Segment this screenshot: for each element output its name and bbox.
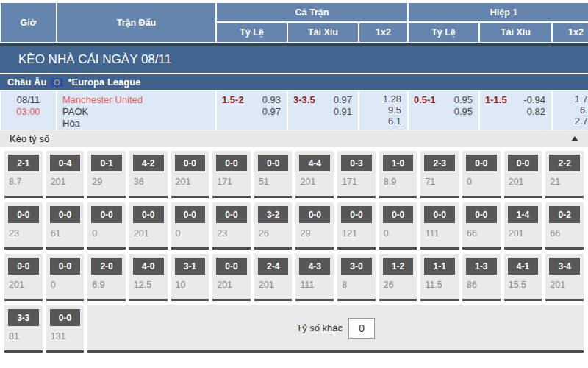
score-chip[interactable]: 0-0 [508,155,539,171]
half-over-odd[interactable]: -0.94 [523,94,545,106]
score-odds[interactable]: 26 [384,280,415,290]
score-odds[interactable]: 0 [384,228,415,238]
score-odds[interactable]: 71 [425,177,456,187]
score-chip[interactable]: 1-3 [466,258,497,275]
score-chip[interactable]: 0-0 [133,206,164,223]
half-1x2-draw[interactable]: 2.71 [575,116,588,127]
score-chip[interactable]: 0-0 [216,206,247,223]
score-odds[interactable]: 171 [342,177,373,187]
score-chip[interactable]: 0-0 [50,309,81,326]
full-over-odd[interactable]: 0.97 [334,94,352,106]
home-team-name[interactable]: Manchester United [62,94,215,106]
score-odds[interactable]: 0 [467,177,498,187]
score-section-header[interactable]: Kèo tỷ số [0,130,588,147]
score-chip[interactable]: 1-4 [508,206,539,223]
score-odds[interactable]: 201 [509,228,539,238]
score-odds[interactable]: 8.7 [9,177,40,187]
score-odds[interactable]: 15.5 [509,280,539,290]
score-odds[interactable]: 21 [550,177,581,187]
league-bar[interactable]: Châu Âu *Europa League [0,74,588,90]
score-odds[interactable]: 201 [550,280,581,290]
score-odds[interactable]: 201 [259,280,290,290]
score-odds[interactable]: 201 [134,228,165,238]
score-chip[interactable]: 3-1 [175,258,206,275]
score-odds[interactable]: 61 [51,228,82,238]
away-team-name[interactable]: PAOK [62,106,215,118]
full-1x2-home[interactable]: 1.28 [383,93,401,105]
score-chip[interactable]: 0-0 [8,258,39,275]
score-chip[interactable]: 1-2 [383,258,414,275]
score-chip[interactable]: 0-0 [8,206,39,223]
score-chip[interactable]: 0-0 [299,206,330,223]
score-odds[interactable]: 201 [509,177,539,187]
score-chip[interactable]: 2-0 [91,258,122,275]
half-1x2-away[interactable]: 6.8 [580,105,588,116]
score-odds[interactable]: 8 [342,280,373,290]
score-chip[interactable]: 0-0 [175,206,206,223]
score-chip[interactable]: 0-0 [175,155,206,171]
score-chip[interactable]: 0-0 [466,155,497,171]
score-chip[interactable]: 0-3 [341,155,372,171]
score-odds[interactable]: 66 [550,228,581,238]
score-chip[interactable]: 2-1 [8,155,39,171]
score-odds[interactable]: 66 [467,228,498,238]
full-handicap-odd-home[interactable]: 0.93 [262,94,281,106]
score-chip[interactable]: 0-0 [216,258,247,275]
half-1x2-home[interactable]: 1.71 [575,93,588,105]
score-chip[interactable]: 2-2 [549,155,580,171]
score-chip[interactable]: 4-0 [133,258,164,275]
score-odds[interactable]: 81 [9,331,40,342]
score-odds[interactable]: 0 [51,280,82,290]
score-chip[interactable]: 0-2 [549,206,580,223]
score-odds[interactable]: 121 [342,228,373,238]
score-odds[interactable]: 111 [300,280,331,290]
full-1x2-draw[interactable]: 6.1 [388,116,401,127]
score-odds[interactable]: 26 [259,228,290,238]
score-odds[interactable]: 201 [300,177,331,187]
score-odds[interactable]: 29 [300,228,331,238]
full-1x2-away[interactable]: 9.5 [388,105,401,116]
match-teams-cell[interactable]: Manchester United PAOK Hòa [57,91,215,130]
score-odds[interactable]: 201 [176,177,207,187]
half-under-odd[interactable]: 0.82 [523,106,545,118]
score-odds[interactable]: 10 [176,280,207,290]
other-score-input[interactable] [348,318,375,339]
half-handicap-odd-away[interactable]: 0.95 [454,106,473,118]
score-odds[interactable]: 6.9 [92,280,123,290]
score-chip[interactable]: 4-1 [508,258,539,275]
score-odds[interactable]: 131 [51,331,82,342]
score-odds[interactable]: 86 [467,280,498,290]
score-odds[interactable]: 23 [217,228,248,238]
score-odds[interactable]: 111 [425,228,456,238]
score-odds[interactable]: 23 [9,228,40,238]
full-under-odd[interactable]: 0.91 [334,106,352,118]
score-chip[interactable]: 0-0 [341,206,372,223]
score-chip[interactable]: 3-4 [549,258,580,275]
score-chip[interactable]: 3-2 [258,206,289,223]
score-chip[interactable]: 0-0 [91,206,122,223]
score-chip[interactable]: 4-4 [299,155,330,171]
score-chip[interactable]: 3-3 [8,309,39,326]
score-chip[interactable]: 0-0 [466,206,497,223]
score-chip[interactable]: 2-4 [258,258,289,275]
score-odds[interactable]: 0 [176,228,207,238]
score-chip[interactable]: 0-0 [216,155,247,171]
score-odds[interactable]: 201 [9,280,40,290]
score-odds[interactable]: 201 [51,177,82,187]
score-chip[interactable]: 3-0 [341,258,372,275]
score-chip[interactable]: 0-4 [50,155,81,171]
score-odds[interactable]: 201 [217,280,248,290]
score-chip[interactable]: 0-0 [50,206,81,223]
score-chip[interactable]: 0-0 [383,206,414,223]
score-chip[interactable]: 1-0 [383,155,414,171]
score-chip[interactable]: 1-1 [424,258,455,275]
triangle-up-icon[interactable] [571,136,578,141]
score-odds[interactable]: 36 [134,177,165,187]
score-chip[interactable]: 4-3 [299,258,330,275]
score-chip[interactable]: 4-2 [133,155,164,171]
half-handicap-odd-home[interactable]: 0.95 [454,94,473,106]
score-chip[interactable]: 0-0 [258,155,289,171]
score-odds[interactable]: 12.5 [134,280,165,290]
score-odds[interactable]: 51 [259,177,290,187]
full-handicap-odd-away[interactable]: 0.97 [262,106,281,118]
